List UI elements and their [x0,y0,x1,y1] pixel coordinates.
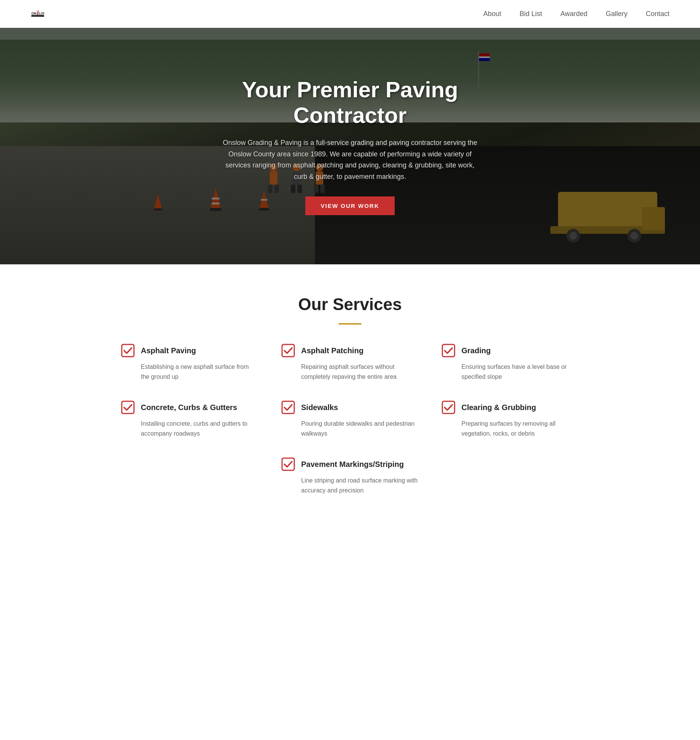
services-grid: Asphalt Paving Establishing a new asphal… [121,344,579,495]
service-description: Ensuring surfaces have a level base or s… [442,362,579,381]
service-name: Concrete, Curbs & Gutters [141,403,237,412]
service-sidewalks: Sidewalks Pouring durable sidewalks and … [281,401,419,438]
service-description: Establishing a new asphalt surface from … [121,362,258,381]
svg-text:LOW: LOW [39,11,44,15]
check-icon [442,344,455,357]
hero-title: Your Premier Paving Contractor [222,77,478,128]
service-header: Concrete, Curbs & Gutters [121,401,258,414]
check-icon [121,401,135,414]
svg-text:ON: ON [31,11,37,15]
service-name: Asphalt Paving [141,346,196,355]
main-nav: About Bid List Awarded Gallery Contact [483,10,669,18]
hero-section: Your Premier Paving Contractor Onslow Gr… [0,28,700,264]
service-header: Asphalt Patching [281,344,419,357]
service-header: Sidewalks [281,401,419,414]
service-description: Line striping and road surface marking w… [281,476,419,495]
services-section: Our Services Asphalt Paving Establishing… [0,264,700,526]
service-clearing: Clearing & Grubbing Preparing surfaces b… [442,401,579,438]
service-header: Asphalt Paving [121,344,258,357]
check-icon [281,401,295,414]
service-description: Preparing surfaces by removing all veget… [442,419,579,438]
logo[interactable]: ON LOW GRADING & PAVING, INC. [31,7,44,21]
check-icon [281,344,295,357]
nav-bid-list[interactable]: Bid List [519,10,542,18]
service-name: Asphalt Patching [301,346,363,355]
service-concrete: Concrete, Curbs & Gutters Installing con… [121,401,258,438]
nav-about[interactable]: About [483,10,501,18]
nav-gallery[interactable]: Gallery [606,10,627,18]
nav-awarded[interactable]: Awarded [560,10,587,18]
service-header: Pavement Markings/Striping [281,457,419,471]
service-name: Clearing & Grubbing [461,403,536,412]
service-description: Repairing asphalt surfaces without compl… [281,362,419,381]
logo-svg: ON LOW GRADING & PAVING, INC. [31,7,44,21]
services-header: Our Services [38,295,662,325]
service-description: Pouring durable sidewalks and pedestrian… [281,419,419,438]
hero-cta-button[interactable]: VIEW OUR WORK [305,196,395,215]
nav-contact[interactable]: Contact [646,10,669,18]
services-title: Our Services [38,295,662,314]
svg-rect-1 [37,10,39,15]
service-asphalt-paving: Asphalt Paving Establishing a new asphal… [121,344,258,381]
service-pavement-markings: Pavement Markings/Striping Line striping… [281,457,419,495]
service-header: Grading [442,344,579,357]
check-icon [121,344,135,357]
check-icon [442,401,455,414]
hero-description: Onslow Grading & Paving is a full-servic… [222,137,478,183]
service-name: Grading [461,346,491,355]
site-header: ON LOW GRADING & PAVING, INC. About Bid … [0,0,700,28]
service-header: Clearing & Grubbing [442,401,579,414]
service-asphalt-patching: Asphalt Patching Repairing asphalt surfa… [281,344,419,381]
services-divider [339,323,361,325]
check-icon [281,457,295,471]
hero-content: Your Premier Paving Contractor Onslow Gr… [207,77,493,215]
service-name: Pavement Markings/Striping [301,460,404,469]
service-name: Sidewalks [301,403,338,412]
service-grading: Grading Ensuring surfaces have a level b… [442,344,579,381]
service-description: Installing concrete, curbs and gutters t… [121,419,258,438]
